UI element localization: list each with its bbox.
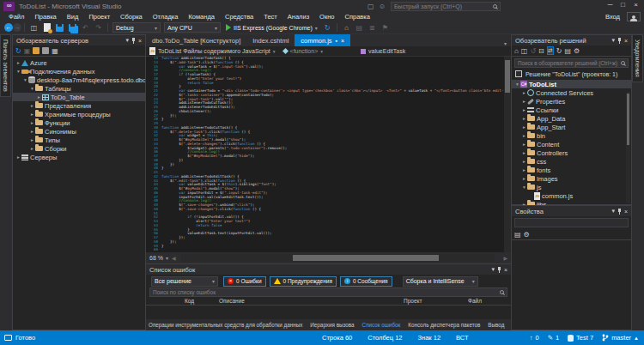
- collapsed-arrow-icon[interactable]: ▸: [521, 133, 527, 138]
- collapsed-arrow-icon[interactable]: ▸: [15, 154, 21, 160]
- repository-indicator[interactable]: Test 7: [568, 334, 593, 342]
- tree-item-js[interactable]: ▾js: [512, 183, 631, 191]
- collapsed-arrow-icon[interactable]: ▸: [29, 137, 35, 142]
- close-icon[interactable]: ×: [504, 267, 507, 273]
- scrollbar-thumb[interactable]: [627, 94, 629, 145]
- menu-средства[interactable]: Средства: [220, 13, 258, 21]
- bookmark-icon[interactable]: ⚑: [380, 23, 390, 33]
- menu-тест[interactable]: Тест: [258, 13, 283, 21]
- pin-icon[interactable]: [618, 209, 621, 214]
- tree-item-представления[interactable]: ▸Представления: [13, 101, 145, 110]
- notifications-tab[interactable]: Уведомления: [632, 34, 643, 82]
- tree-item-todolist[interactable]: ▾C#ToDoList: [512, 80, 631, 88]
- document-tab[interactable]: Index.cshtml: [246, 34, 295, 46]
- document-tab[interactable]: common.js▪×: [295, 34, 350, 46]
- minimize-button[interactable]: ─: [604, 0, 617, 10]
- menu-проект[interactable]: Проект: [83, 13, 115, 21]
- tool-window-tab[interactable]: Консоль диспетчера пакетов: [408, 322, 480, 328]
- save-icon[interactable]: [56, 24, 64, 32]
- collapsed-arrow-icon[interactable]: ▸: [521, 167, 527, 172]
- tree-item-сборки[interactable]: ▸Сборки: [13, 144, 145, 153]
- tree-item-синонимы[interactable]: ▸Синонимы: [13, 127, 145, 136]
- connect-server-icon[interactable]: [42, 47, 49, 54]
- scroll-right-icon[interactable]: ▶: [503, 255, 507, 261]
- tool-window-tab[interactable]: Операции инструментальных средств для об…: [149, 322, 302, 328]
- column-header-код[interactable]: Код: [185, 298, 194, 304]
- tree-item-common.js[interactable]: JScommon.js: [512, 191, 631, 200]
- close-button[interactable]: ×: [629, 0, 642, 10]
- messages-toggle-button[interactable]: i 0 Сообщения: [340, 276, 392, 287]
- sign-in-link[interactable]: Вход: [605, 13, 620, 21]
- collapsed-arrow-icon[interactable]: ▸: [521, 159, 527, 164]
- document-tab[interactable]: dbo.ToDo_Table [Конструктор]: [146, 34, 246, 46]
- solution-explorer-title-bar[interactable]: Обозреватель решений ▾ ×: [512, 35, 631, 45]
- chevron-down-icon[interactable]: ▾: [125, 37, 129, 44]
- unpushed-commits[interactable]: ↑ 0: [530, 334, 539, 342]
- column-header-файл[interactable]: Файл: [468, 298, 482, 304]
- error-list-search-input[interactable]: Поиск по списку ошибок: [149, 288, 507, 297]
- zoom-control[interactable]: 68 % ▾: [146, 255, 172, 261]
- expanded-arrow-icon[interactable]: ▾: [15, 69, 21, 74]
- pin-icon[interactable]: ▪: [336, 38, 337, 44]
- tool-window-tab[interactable]: Вывод: [488, 322, 504, 328]
- vertical-scrollbar[interactable]: [504, 57, 511, 252]
- collapsed-arrow-icon[interactable]: ▸: [29, 120, 35, 125]
- debug-target-select[interactable]: Debug▾: [112, 22, 161, 33]
- tree-item-функции[interactable]: ▸Функции: [13, 118, 145, 127]
- tree-item-css[interactable]: ▸css: [512, 157, 631, 166]
- tool-window-tab[interactable]: Список ошибок: [362, 322, 401, 328]
- close-icon[interactable]: ×: [624, 209, 628, 215]
- collapsed-arrow-icon[interactable]: ▸: [15, 60, 21, 65]
- collapsed-arrow-icon[interactable]: ▸: [521, 116, 527, 121]
- platform-select[interactable]: Any CPU▾: [164, 22, 221, 33]
- connect-database-icon[interactable]: [33, 47, 39, 54]
- collapsed-arrow-icon[interactable]: ▸: [29, 129, 35, 134]
- solution-search-input[interactable]: Поиск в обозревателе решений (Ctrl+ж): [514, 58, 629, 68]
- avatar[interactable]: [627, 12, 641, 21]
- menu-сборка[interactable]: Сборка: [115, 13, 148, 21]
- tree-item-таблицы[interactable]: ▾Таблицы: [13, 84, 145, 93]
- pin-icon[interactable]: [498, 267, 501, 272]
- menu-вид[interactable]: Вид: [62, 13, 84, 21]
- solution-scrollbar[interactable]: [626, 92, 630, 203]
- close-icon[interactable]: ×: [138, 38, 142, 44]
- pin-icon[interactable]: [132, 38, 135, 43]
- close-icon[interactable]: ×: [624, 38, 628, 44]
- properties-title-bar[interactable]: Свойства ▾ ×: [512, 206, 631, 216]
- tree-item-app_start[interactable]: ▸App_Start: [512, 123, 631, 131]
- code-editor[interactable]: 13function addListenerTodoTask() {14 $("…: [146, 57, 504, 252]
- tree-item-ссылки[interactable]: ▸Ссылки: [512, 106, 631, 114]
- tree-item-bin[interactable]: ▸bin: [512, 131, 631, 140]
- sync-with-active-document-icon[interactable]: ⇄: [547, 46, 554, 55]
- find-in-files-icon[interactable]: ⌂: [342, 23, 351, 33]
- tree-item-controllers[interactable]: ▸Controllers: [512, 148, 631, 157]
- maximize-button[interactable]: □: [617, 0, 629, 10]
- tree-item-connected-services[interactable]: ▸Connected Services: [512, 88, 631, 97]
- tree-item-azure[interactable]: ▸Azure: [13, 58, 145, 67]
- pending-changes-filter-icon[interactable]: ↺: [530, 47, 536, 55]
- run-button[interactable]: IIS Express (Google Chrome) ▾: [226, 24, 318, 31]
- collapsed-arrow-icon[interactable]: ▸: [36, 94, 42, 100]
- server-explorer-title-bar[interactable]: Обозреватель серверов ▾ ×: [13, 35, 145, 45]
- collapsed-arrow-icon[interactable]: ▸: [521, 107, 527, 112]
- send-smile-icon[interactable]: ☺: [379, 3, 386, 10]
- redo-icon[interactable]: ↷: [94, 23, 103, 33]
- menu-команда[interactable]: Команда: [183, 13, 220, 21]
- collapsed-arrow-icon[interactable]: ▸: [521, 176, 527, 181]
- project-dropdown[interactable]: ToDoList Файлы содержимого JavaScript ▾: [158, 48, 281, 54]
- properties-icon[interactable]: ⚙: [574, 47, 580, 55]
- chevron-down-icon[interactable]: ▾: [611, 208, 615, 215]
- menu-файл[interactable]: Файл: [3, 13, 29, 21]
- home-icon[interactable]: ⌂: [514, 47, 519, 55]
- branch-indicator[interactable]: master ▲: [602, 334, 639, 342]
- navigate-forward-icon[interactable]: →: [13, 23, 21, 32]
- collapsed-arrow-icon[interactable]: ▸: [521, 99, 527, 104]
- collapsed-arrow-icon[interactable]: ▸: [521, 124, 527, 130]
- collapsed-arrow-icon[interactable]: ▸: [521, 142, 527, 147]
- refresh-icon[interactable]: ↻: [556, 47, 562, 55]
- collapsed-arrow-icon[interactable]: ▸: [521, 90, 527, 95]
- categorized-icon[interactable]: ▤: [514, 231, 521, 239]
- chevron-down-icon[interactable]: ▾: [611, 37, 615, 44]
- tree-item-desktop-8aa7m4f-sqlexpress.todo.dbo[interactable]: ▾desktop-8aa7m4f\sqlexpress.todo.dbo: [13, 76, 145, 84]
- tab-overflow-icon[interactable]: ▾: [500, 40, 511, 46]
